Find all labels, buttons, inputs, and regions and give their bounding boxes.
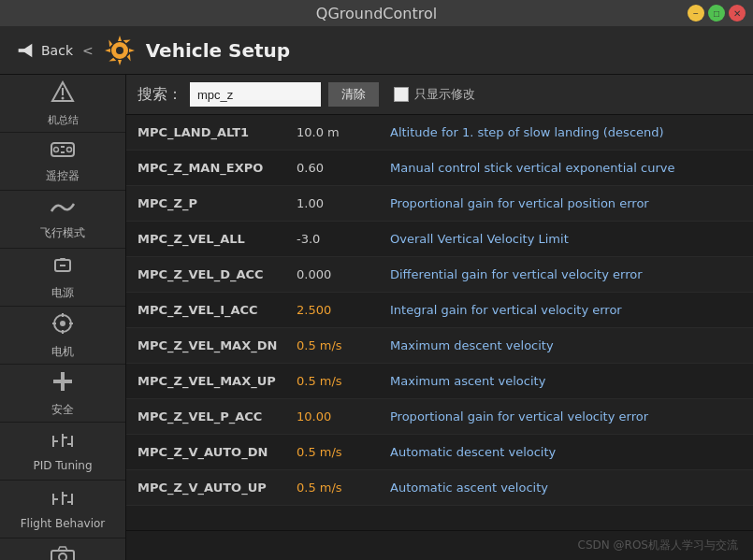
param-name: MPC_Z_VEL_I_ACC: [138, 303, 297, 317]
svg-rect-1: [19, 49, 27, 52]
sidebar-item-power[interactable]: 电源: [0, 249, 125, 307]
param-value[interactable]: 2.500: [297, 303, 390, 317]
titlebar: QGroundControl − □ ✕: [0, 0, 753, 26]
search-label: 搜索：: [138, 85, 182, 105]
flight-behavior-icon: [51, 488, 75, 513]
separator: <: [82, 43, 94, 58]
param-desc: Automatic ascent velocity: [390, 481, 742, 495]
svg-rect-8: [51, 143, 74, 156]
motor-icon: [51, 311, 75, 340]
show-modified-checkbox[interactable]: [394, 87, 409, 102]
param-value[interactable]: -3.0: [297, 232, 390, 246]
svg-point-9: [54, 147, 59, 151]
clear-button[interactable]: 清除: [328, 82, 379, 107]
back-button[interactable]: Back <: [15, 40, 94, 61]
watermark: CSDN @ROS机器人学习与交流: [578, 538, 738, 553]
param-desc: Overall Vertical Velocity Limit: [390, 232, 742, 246]
table-row[interactable]: MPC_Z_VEL_MAX_UP0.5 m/sMaximum ascent ve…: [126, 364, 753, 399]
param-name: MPC_Z_VEL_P_ACC: [138, 409, 297, 424]
back-arrow-icon: [15, 40, 36, 61]
content-area: 搜索： 清除 只显示修改 MPC_LAND_ALT110.0 mAltitude…: [126, 75, 753, 560]
sidebar-label-safety: 安全: [51, 402, 74, 418]
param-desc: Automatic descent velocity: [390, 445, 742, 459]
footer: CSDN @ROS机器人学习与交流: [126, 530, 753, 560]
sidebar-item-motor[interactable]: 电机: [0, 307, 125, 365]
sidebar-item-summary[interactable]: 机总结: [0, 75, 125, 133]
camera-icon: [50, 545, 76, 561]
svg-point-7: [62, 96, 65, 99]
param-name: MPC_Z_MAN_EXPO: [138, 161, 297, 175]
table-row[interactable]: MPC_Z_V_AUTO_DN0.5 m/sAutomatic descent …: [126, 435, 753, 470]
param-name: MPC_Z_V_AUTO_DN: [138, 445, 297, 459]
table-row[interactable]: MPC_Z_VEL_MAX_DN0.5 m/sMaximum descent v…: [126, 328, 753, 364]
safety-icon: [51, 369, 75, 398]
main-layout: 机总结 遥控器 飞行模式: [0, 75, 753, 560]
param-value[interactable]: 0.60: [297, 161, 390, 175]
pid-icon: [51, 430, 75, 455]
sidebar-label-motor: 电机: [51, 344, 74, 360]
sidebar-item-pid-tuning[interactable]: PID Tuning: [0, 423, 125, 481]
table-row[interactable]: MPC_Z_V_AUTO_UP0.5 m/sAutomatic ascent v…: [126, 470, 753, 506]
param-desc: Maximum ascent velocity: [390, 374, 742, 388]
sidebar-label-power: 电源: [51, 285, 74, 301]
sidebar-label-remote: 遥控器: [46, 168, 80, 184]
maximize-button[interactable]: □: [708, 5, 725, 22]
table-row[interactable]: MPC_Z_VEL_I_ACC2.500Integral gain for ve…: [126, 293, 753, 328]
table-row[interactable]: MPC_LAND_ALT110.0 mAltitude for 1. step …: [126, 115, 753, 151]
svg-point-17: [60, 321, 65, 326]
sidebar-item-camera[interactable]: 相机: [0, 538, 125, 560]
param-value[interactable]: 0.000: [297, 267, 390, 281]
param-name: MPC_Z_V_AUTO_UP: [138, 481, 297, 495]
svg-rect-36: [51, 551, 74, 561]
sidebar-label-flight-modes: 飞行模式: [40, 225, 85, 241]
titlebar-controls: − □ ✕: [688, 5, 746, 22]
table-row[interactable]: MPC_Z_VEL_P_ACC10.00Proportional gain fo…: [126, 399, 753, 435]
svg-point-10: [67, 147, 72, 151]
remote-icon: [50, 139, 76, 165]
svg-rect-11: [61, 146, 65, 148]
param-name: MPC_Z_VEL_D_ACC: [138, 267, 297, 281]
param-name: MPC_Z_VEL_MAX_DN: [138, 338, 297, 352]
search-bar: 搜索： 清除 只显示修改: [126, 75, 753, 115]
param-desc: Manual control stick vertical exponentia…: [390, 161, 742, 175]
table-row[interactable]: MPC_Z_MAN_EXPO0.60Manual control stick v…: [126, 151, 753, 186]
param-value[interactable]: 0.5 m/s: [297, 481, 390, 495]
gear-icon-large: [103, 34, 137, 67]
param-value[interactable]: 10.00: [297, 409, 390, 424]
table-row[interactable]: MPC_Z_P1.00Proportional gain for vertica…: [126, 186, 753, 222]
param-value[interactable]: 0.5 m/s: [297, 338, 390, 352]
param-desc: Altitude for 1. step of slow landing (de…: [390, 125, 742, 139]
svg-point-37: [59, 553, 66, 561]
sidebar-label-summary: 机总结: [48, 113, 79, 127]
param-value[interactable]: 1.00: [297, 196, 390, 210]
minimize-button[interactable]: −: [688, 5, 704, 22]
search-input[interactable]: [190, 82, 321, 107]
show-modified-label: 只显示修改: [414, 86, 475, 103]
back-label: Back: [41, 43, 73, 58]
sidebar-item-safety[interactable]: 安全: [0, 365, 125, 423]
param-value[interactable]: 10.0 m: [297, 125, 390, 139]
close-button[interactable]: ✕: [729, 5, 746, 22]
table-row[interactable]: MPC_Z_VEL_D_ACC0.000Differential gain fo…: [126, 257, 753, 293]
sidebar-item-remote[interactable]: 遥控器: [0, 133, 125, 191]
flight-modes-icon: [50, 198, 76, 222]
param-desc: Integral gain for vertical velocity erro…: [390, 303, 742, 317]
svg-rect-12: [61, 151, 65, 153]
titlebar-title: QGroundControl: [316, 5, 437, 22]
page-title: Vehicle Setup: [146, 39, 290, 62]
sidebar-label-pid-tuning: PID Tuning: [33, 459, 92, 472]
param-desc: Differential gain for vertical velocity …: [390, 267, 742, 281]
sidebar-item-flight-behavior[interactable]: Flight Behavior: [0, 481, 125, 538]
power-icon: [51, 254, 74, 281]
param-name: MPC_Z_VEL_MAX_UP: [138, 374, 297, 388]
sidebar-label-flight-behavior: Flight Behavior: [21, 517, 106, 530]
table-row[interactable]: MPC_Z_VEL_ALL-3.0Overall Vertical Veloci…: [126, 222, 753, 257]
param-desc: Proportional gain for vertical velocity …: [390, 409, 742, 424]
param-value[interactable]: 0.5 m/s: [297, 374, 390, 388]
show-modified-container: 只显示修改: [394, 86, 475, 103]
svg-rect-14: [60, 258, 65, 261]
sidebar-item-flight-modes[interactable]: 飞行模式: [0, 191, 125, 249]
header-title: Vehicle Setup: [103, 34, 290, 67]
svg-rect-23: [53, 380, 72, 383]
param-value[interactable]: 0.5 m/s: [297, 445, 390, 459]
